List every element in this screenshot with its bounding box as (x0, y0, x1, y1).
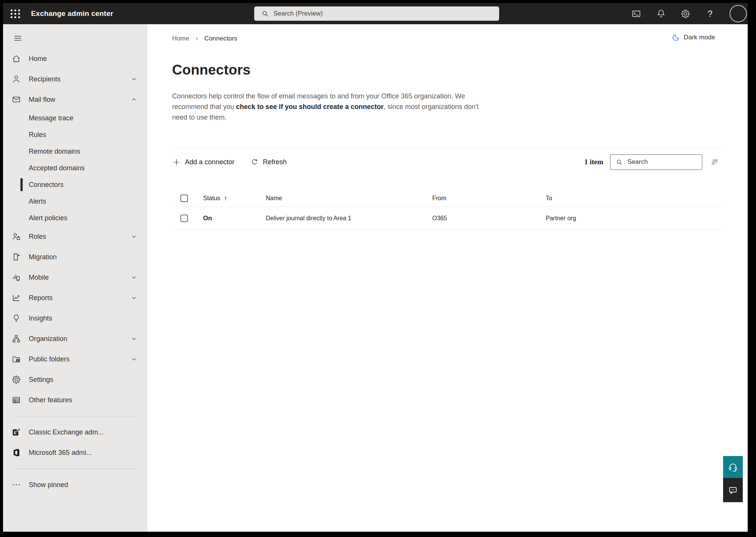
sidebar-item-label: Microsoft 365 admi... (29, 449, 92, 457)
feedback-button[interactable] (723, 478, 743, 502)
breadcrumb-home[interactable]: Home (172, 35, 189, 42)
row-from: O365 (432, 215, 546, 222)
table-row[interactable]: On Deliver journal directly to Area 1 O3… (172, 207, 720, 230)
dark-mode-label: Dark mode (684, 34, 715, 41)
roles-icon (11, 232, 21, 241)
feedback-bubble-icon (728, 485, 738, 495)
help-support-button[interactable] (723, 456, 743, 478)
global-search-input[interactable] (273, 10, 499, 17)
sidebar-item-label: Show pinned (29, 481, 68, 489)
sidebar-item-roles[interactable]: Roles (3, 226, 147, 247)
breadcrumb-chevron-icon (194, 36, 199, 41)
sidebar-item-insights[interactable]: Insights (3, 308, 147, 328)
sidebar-item-label: Migration (29, 253, 57, 261)
sidebar-item-migration[interactable]: Migration (3, 247, 147, 267)
sidebar-item-label: Settings (29, 376, 53, 384)
sidebar-item-mobile[interactable]: Mobile (3, 267, 147, 288)
description-link[interactable]: check to see if you should create a conn… (236, 103, 383, 111)
sidebar-item-label: Public folders (29, 355, 70, 363)
mail-icon (11, 95, 21, 104)
chevron-up-icon (130, 96, 138, 103)
list-search-box[interactable] (610, 154, 702, 170)
gear-icon (680, 9, 691, 19)
row-checkbox[interactable] (180, 215, 188, 222)
column-header-to[interactable]: To (546, 195, 720, 202)
help-icon: ? (708, 9, 713, 19)
waffle-icon (11, 9, 20, 18)
sidebar-item-public-folders[interactable]: Public folders (3, 349, 147, 369)
main-content: Home Connectors Dark mode Connectors Con… (147, 24, 748, 532)
sidebar-item-label: Organization (29, 335, 67, 343)
row-name[interactable]: Deliver journal directly to Area 1 (266, 215, 432, 222)
connectors-table: Status Name From To On Deliver journal d… (172, 190, 720, 230)
home-icon (11, 54, 21, 64)
hamburger-icon (12, 34, 23, 43)
sidebar-item-alert-policies[interactable]: Alert policies (3, 210, 147, 226)
column-header-status[interactable]: Status (203, 195, 266, 202)
column-header-from[interactable]: From (432, 195, 546, 202)
notifications-button[interactable] (656, 9, 666, 19)
app-launcher-button[interactable] (3, 3, 28, 24)
chevron-down-icon (130, 335, 138, 342)
sidebar-item-show-pinned[interactable]: Show pinned (3, 475, 147, 495)
moon-icon (672, 33, 680, 42)
lightbulb-icon (11, 313, 21, 323)
sort-ascending-icon (223, 196, 228, 201)
breadcrumb: Home Connectors (172, 35, 237, 42)
sidebar-item-connectors[interactable]: Connectors (3, 176, 147, 193)
nav-collapse-button[interactable] (12, 33, 23, 43)
account-avatar[interactable] (730, 5, 747, 22)
sidebar-item-rules[interactable]: Rules (3, 126, 147, 143)
page-description: Connectors help control the flow of emai… (172, 91, 494, 123)
sidebar-item-alerts[interactable]: Alerts (3, 193, 147, 210)
search-icon (616, 159, 623, 166)
refresh-icon (250, 158, 259, 166)
add-connector-button[interactable]: Add a connector (172, 158, 234, 167)
sidebar-item-recipients[interactable]: Recipients (3, 69, 147, 89)
topbar-icon-group: ? (631, 3, 747, 24)
sidebar-item-label: Reports (29, 294, 53, 302)
app-title: Exchange admin center (31, 9, 113, 18)
sidebar-item-accepted-domains[interactable]: Accepted domains (3, 160, 147, 176)
select-all-checkbox[interactable] (180, 195, 188, 202)
search-icon (261, 10, 269, 17)
global-search-box[interactable] (254, 6, 499, 21)
refresh-button[interactable]: Refresh (250, 158, 287, 166)
sidebar-item-label: Mail flow (29, 96, 55, 104)
sidebar-item-settings[interactable]: Settings (3, 369, 147, 390)
plus-icon (172, 158, 181, 167)
chevron-down-icon (130, 75, 138, 83)
item-count: 1 item (584, 158, 603, 166)
top-app-bar: Exchange admin center ? (3, 3, 748, 24)
sidebar-item-remote-domains[interactable]: Remote domains (3, 143, 147, 160)
column-header-name[interactable]: Name (266, 195, 432, 202)
sidebar-item-label: Other features (29, 396, 72, 404)
sidebar-item-home[interactable]: Home (3, 48, 147, 69)
table-header-row: Status Name From To (172, 190, 720, 207)
row-to: Partner org (546, 215, 720, 222)
gear-icon (11, 375, 21, 384)
sidebar-item-other-features[interactable]: Other features (3, 390, 147, 410)
sidebar-item-mail-flow[interactable]: Mail flow (3, 89, 147, 110)
mobile-icon (11, 272, 21, 282)
sidebar-item-m365-admin[interactable]: Microsoft 365 admi... (3, 442, 147, 463)
sidebar-divider (12, 416, 138, 416)
list-search-input[interactable] (627, 158, 702, 166)
settings-button[interactable] (680, 9, 691, 19)
app-window: Exchange admin center ? (3, 3, 748, 532)
terminal-button[interactable] (631, 9, 641, 19)
dark-mode-toggle[interactable]: Dark mode (672, 33, 715, 42)
sidebar-item-message-trace[interactable]: Message trace (3, 110, 147, 126)
m365-logo (11, 448, 21, 458)
sidebar-item-classic-exchange[interactable]: E Classic Exchange adm... (3, 422, 147, 442)
filter-button[interactable] (709, 156, 720, 168)
page-title: Connectors (172, 62, 251, 78)
sidebar-item-reports[interactable]: Reports (3, 288, 147, 308)
left-nav: Home Recipients Mail flow Message trace … (3, 24, 147, 532)
sidebar-item-label: Home (29, 55, 47, 63)
bell-icon (656, 9, 666, 19)
sidebar-item-organization[interactable]: Organization (3, 328, 147, 349)
help-button[interactable]: ? (705, 9, 715, 19)
sidebar-divider (12, 469, 138, 469)
exchange-logo: E (11, 427, 21, 437)
